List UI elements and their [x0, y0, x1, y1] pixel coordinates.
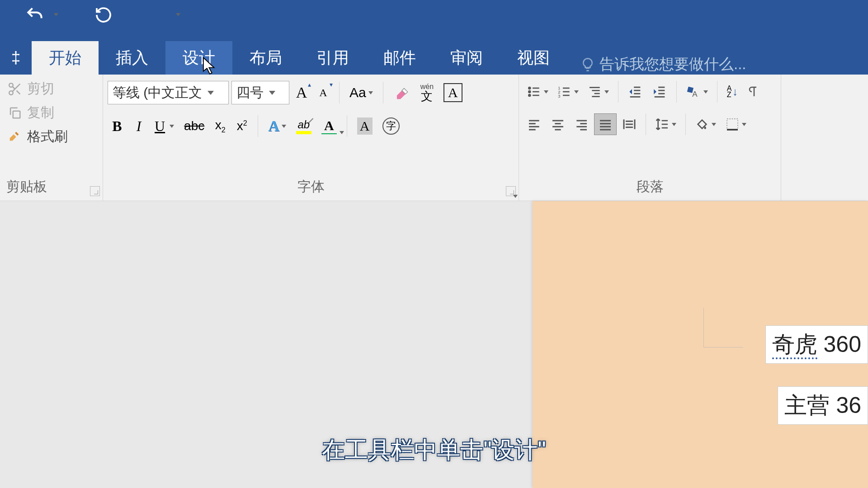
chevron-down-icon	[170, 125, 174, 128]
text-box-1[interactable]: 奇虎 360	[765, 325, 868, 364]
undo-dropdown-icon[interactable]	[54, 13, 58, 16]
svg-point-7	[528, 91, 530, 93]
line-spacing-button[interactable]	[651, 113, 680, 135]
superscript-button[interactable]: x2	[232, 115, 251, 137]
bucket-icon	[695, 117, 709, 131]
char-shading-button[interactable]: A	[354, 115, 376, 137]
paragraph-group-label: 段落	[524, 175, 776, 201]
copy-button[interactable]: 复制	[5, 102, 98, 123]
enclose-char-button[interactable]: 字	[379, 115, 403, 137]
strikethrough-button[interactable]: abc	[180, 115, 208, 137]
ribbon-tabs: ‡ 开始 插入 设计 布局 引用 邮件 审阅 视图 告诉我您想要做什么...	[0, 29, 868, 75]
svg-point-8	[528, 94, 530, 96]
decrease-indent-button[interactable]	[624, 81, 646, 103]
borders-button[interactable]	[722, 113, 750, 135]
group-clipboard: 剪切 复制 格式刷 剪贴板	[0, 75, 103, 201]
line-spacing-icon	[655, 117, 670, 131]
increase-indent-button[interactable]	[648, 81, 671, 103]
align-right-icon	[574, 117, 589, 131]
chevron-down-icon	[574, 90, 579, 94]
tell-me-label: 告诉我您想要做什么...	[599, 54, 746, 75]
shrink-font-button[interactable]: A ▾	[314, 82, 333, 103]
align-left-button[interactable]	[524, 113, 545, 135]
tab-references[interactable]: 引用	[299, 41, 366, 75]
tab-insert[interactable]: 插入	[99, 41, 165, 75]
subscript-button[interactable]: x2	[211, 115, 230, 137]
align-justify-icon	[598, 117, 613, 131]
chevron-down-icon	[604, 90, 609, 94]
tab-design[interactable]: 设计	[165, 41, 232, 75]
svg-rect-5	[13, 111, 20, 118]
text-box-2[interactable]: 主营 36	[778, 386, 868, 425]
multilevel-icon	[588, 84, 602, 99]
text-effects-button[interactable]: A	[264, 115, 290, 137]
group-font: 等线 (中文正文 四号 A ▴ A ▾ Aa	[103, 75, 519, 201]
svg-text:3: 3	[558, 94, 560, 99]
font-color-button[interactable]: A	[318, 115, 340, 137]
highlight-button[interactable]: ab	[292, 115, 315, 137]
align-justify-button[interactable]	[594, 113, 617, 135]
italic-button[interactable]: I	[129, 115, 148, 137]
pilcrow-icon	[747, 85, 761, 99]
grow-font-button[interactable]: A ▴	[292, 82, 311, 103]
align-center-icon	[551, 117, 565, 131]
outdent-icon	[627, 84, 643, 99]
char-border-button[interactable]: A	[440, 82, 466, 103]
group-styles-partial	[781, 75, 868, 201]
asian-icon: A	[686, 84, 701, 99]
font-name-combo[interactable]: 等线 (中文正文	[108, 81, 229, 104]
copy-icon	[7, 105, 23, 121]
change-case-button[interactable]: Aa	[346, 82, 377, 103]
align-left-icon	[527, 117, 542, 131]
numbering-icon: 123	[557, 84, 572, 99]
page-margin-corner	[703, 308, 743, 347]
phonetic-guide-button[interactable]: wén 文	[417, 82, 437, 103]
clear-formatting-button[interactable]	[390, 82, 414, 103]
repeat-button[interactable]	[94, 6, 113, 24]
chevron-down-icon	[742, 123, 746, 126]
svg-line-4	[13, 86, 15, 89]
chevron-down-icon	[368, 91, 373, 94]
tab-mailings[interactable]: 邮件	[366, 41, 433, 75]
scissors-icon	[7, 81, 23, 97]
bullets-button[interactable]	[524, 81, 552, 103]
distribute-icon	[622, 117, 637, 131]
align-center-button[interactable]	[547, 113, 569, 135]
svg-text:A: A	[692, 90, 698, 99]
cut-button[interactable]: 剪切	[5, 78, 98, 99]
align-distribute-button[interactable]	[618, 113, 640, 135]
chevron-down-icon	[672, 123, 676, 126]
font-dialog-launcher[interactable]	[506, 186, 516, 196]
underline-button[interactable]: U	[151, 115, 178, 137]
font-group-label: 字体	[108, 175, 514, 201]
sort-button[interactable]: AZ ↓	[723, 81, 742, 103]
chevron-down-icon	[544, 90, 548, 94]
tab-view[interactable]: 视图	[500, 41, 567, 75]
lightbulb-icon	[580, 57, 595, 72]
quick-access-toolbar	[0, 0, 868, 29]
borders-icon	[725, 117, 740, 131]
bold-button[interactable]: B	[108, 115, 127, 137]
clipboard-dialog-launcher[interactable]	[90, 186, 100, 196]
tab-review[interactable]: 审阅	[433, 41, 500, 75]
tab-home[interactable]: 开始	[32, 41, 99, 75]
tab-layout[interactable]: 布局	[232, 41, 299, 75]
show-marks-button[interactable]	[744, 81, 764, 103]
font-size-combo[interactable]: 四号	[231, 81, 289, 104]
chevron-down-icon	[712, 123, 716, 126]
align-right-button[interactable]	[571, 113, 592, 135]
undo-button[interactable]	[25, 5, 45, 25]
multilevel-list-button[interactable]	[584, 81, 613, 103]
qat-customize-icon[interactable]	[176, 13, 180, 16]
file-tab-partial[interactable]: ‡	[0, 41, 32, 75]
asian-layout-button[interactable]: A	[682, 81, 712, 103]
indent-icon	[652, 84, 667, 99]
svg-point-0	[9, 83, 13, 87]
format-painter-button[interactable]: 格式刷	[5, 126, 98, 147]
svg-point-1	[9, 91, 13, 95]
clipboard-group-label: 剪贴板	[5, 175, 98, 201]
tell-me-search[interactable]: 告诉我您想要做什么...	[580, 54, 746, 75]
chevron-down-icon	[208, 91, 214, 95]
shading-button[interactable]	[691, 113, 720, 135]
numbering-button[interactable]: 123	[554, 81, 582, 103]
